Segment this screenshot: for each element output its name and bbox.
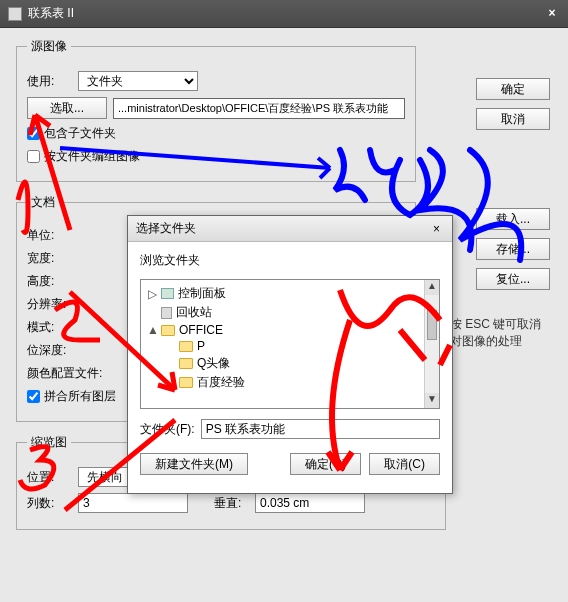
folder-dialog-title: 选择文件夹 <box>136 220 429 237</box>
group-by-folder-label: 按文件夹编组图像 <box>44 148 140 165</box>
group-by-folder-checkbox[interactable] <box>27 150 40 163</box>
reset-button[interactable]: 复位... <box>476 268 550 290</box>
source-legend: 源图像 <box>27 38 71 55</box>
folder-dialog-close-button[interactable]: × <box>429 222 444 236</box>
new-folder-button[interactable]: 新建文件夹(M) <box>140 453 248 475</box>
folder-path-label: 文件夹(F): <box>140 421 195 438</box>
mode-label: 模式: <box>27 319 77 336</box>
folder-icon <box>179 341 193 352</box>
tree-item[interactable]: Q头像 <box>147 354 433 373</box>
tree-item[interactable]: P <box>147 338 433 354</box>
cancel-button[interactable]: 取消 <box>476 108 550 130</box>
window-close-button[interactable]: × <box>544 6 560 22</box>
folder-tree[interactable]: ▷控制面板回收站▲OFFICEPQ头像百度经验▲▼ <box>140 279 440 409</box>
unit-label: 单位: <box>27 227 77 244</box>
folder-cancel-button[interactable]: 取消(C) <box>369 453 440 475</box>
tree-scrollbar[interactable]: ▲▼ <box>424 280 439 408</box>
vert-input[interactable] <box>255 493 365 513</box>
folder-icon <box>179 377 193 388</box>
folder-browse-dialog: 选择文件夹 × 浏览文件夹 ▷控制面板回收站▲OFFICEPQ头像百度经验▲▼ … <box>127 215 453 494</box>
titlebar: 联系表 II × <box>0 0 568 28</box>
folder-ok-button[interactable]: 确定(O) <box>290 453 361 475</box>
right-button-column: 确定 取消 <box>476 78 550 130</box>
color-profile-label: 颜色配置文件: <box>27 365 117 382</box>
use-select[interactable]: 文件夹 <box>78 71 198 91</box>
position-label: 位置: <box>27 469 72 486</box>
select-folder-button[interactable]: 选取... <box>27 97 107 119</box>
cols-input[interactable] <box>78 493 188 513</box>
tree-twisty-icon[interactable]: ▲ <box>147 323 157 337</box>
scroll-up-icon[interactable]: ▲ <box>425 280 439 295</box>
vert-label: 垂直: <box>214 495 249 512</box>
thumbnail-legend: 缩览图 <box>27 434 71 451</box>
source-fieldset: 源图像 使用: 文件夹 选取... ...ministrator\Desktop… <box>16 38 416 182</box>
include-subfolders-checkbox[interactable] <box>27 127 40 140</box>
source-path: ...ministrator\Desktop\OFFICE\百度经验\PS 联系… <box>113 98 405 119</box>
use-label: 使用: <box>27 73 72 90</box>
tree-item-label: P <box>197 339 205 353</box>
tree-item-label: 百度经验 <box>197 374 245 391</box>
flatten-checkbox[interactable] <box>27 390 40 403</box>
save-button[interactable]: 存储... <box>476 238 550 260</box>
cols-label: 列数: <box>27 495 72 512</box>
folder-icon <box>179 358 193 369</box>
tree-item-label: 控制面板 <box>178 285 226 302</box>
include-subfolders-label: 包含子文件夹 <box>44 125 116 142</box>
recycle-bin-icon <box>161 307 172 319</box>
tree-item[interactable]: 回收站 <box>147 303 433 322</box>
folder-icon <box>161 325 175 336</box>
resolution-label: 分辨率: <box>27 296 77 313</box>
document-legend: 文档 <box>27 194 59 211</box>
height-label: 高度: <box>27 273 77 290</box>
ok-button[interactable]: 确定 <box>476 78 550 100</box>
flatten-label: 拼合所有图层 <box>44 388 116 405</box>
app-icon <box>8 7 22 21</box>
width-label: 宽度: <box>27 250 77 267</box>
tree-item-label: OFFICE <box>179 323 223 337</box>
folder-path-input[interactable] <box>201 419 440 439</box>
tree-item-label: 回收站 <box>176 304 212 321</box>
right-button-column-2: 载入... 存储... 复位... <box>476 208 550 290</box>
scroll-down-icon[interactable]: ▼ <box>425 393 439 408</box>
window-title: 联系表 II <box>28 5 544 22</box>
scroll-thumb[interactable] <box>427 310 437 340</box>
control-panel-icon <box>161 288 174 299</box>
folder-dialog-titlebar: 选择文件夹 × <box>128 216 452 242</box>
tree-item[interactable]: 百度经验 <box>147 373 433 392</box>
esc-note: 按 ESC 键可取消对图像的处理 <box>450 316 550 350</box>
tree-item-label: Q头像 <box>197 355 230 372</box>
tree-item[interactable]: ▷控制面板 <box>147 284 433 303</box>
load-button[interactable]: 载入... <box>476 208 550 230</box>
bit-label: 位深度: <box>27 342 77 359</box>
folder-dialog-caption: 浏览文件夹 <box>140 252 440 269</box>
tree-twisty-icon[interactable]: ▷ <box>147 287 157 301</box>
tree-item[interactable]: ▲OFFICE <box>147 322 433 338</box>
